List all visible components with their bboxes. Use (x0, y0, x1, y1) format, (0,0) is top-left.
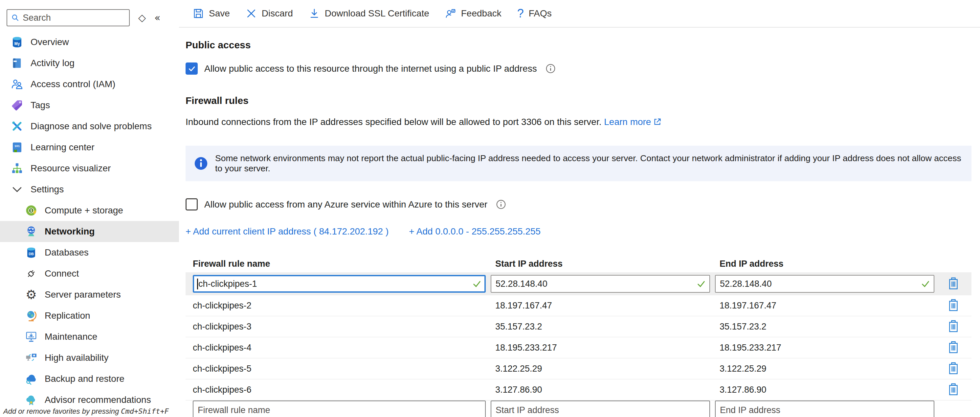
sidebar-item-label: Backup and restore (45, 374, 124, 384)
sidebar-item-overview[interactable]: My Overview (0, 32, 179, 53)
delete-rule-button[interactable] (945, 360, 961, 377)
svg-text:$: $ (30, 209, 32, 212)
sidebar-item-label: Connect (45, 268, 79, 279)
sidebar-item-label: Overview (30, 37, 69, 47)
sidebar-item-maintenance[interactable]: Maintenance (0, 326, 179, 347)
save-icon (193, 8, 204, 19)
rule-name: ch-clickpipes-5 (193, 364, 486, 374)
start-ip: 35.157.23.2 (491, 322, 710, 332)
table-row: ch-clickpipes-3 35.157.23.2 35.157.23.2 (186, 316, 972, 337)
feedback-button[interactable]: Feedback (437, 3, 509, 23)
sidebar-item-compute-storage[interactable]: $ Compute + storage (0, 200, 179, 221)
new-rule-name-input[interactable] (193, 401, 486, 417)
end-ip: 18.195.233.217 (715, 343, 934, 353)
sidebar-item-access-control[interactable]: Access control (IAM) (0, 73, 179, 95)
faqs-button[interactable]: ? FAQs (509, 3, 560, 23)
diamond-icon[interactable]: ◇ (138, 13, 146, 23)
sidebar-group-settings[interactable]: Settings (0, 179, 179, 200)
download-ssl-button[interactable]: Download SSL Certificate (301, 3, 437, 23)
valid-check-icon (472, 279, 482, 289)
networking-globe-icon (25, 225, 37, 238)
collapse-sidebar-icon[interactable]: « (154, 13, 160, 23)
delete-rule-button[interactable] (945, 339, 961, 356)
sidebar-item-label: Networking (45, 226, 95, 237)
firewall-description: Inbound connections from the IP addresse… (186, 117, 972, 127)
add-client-ip-link[interactable]: + Add current client IP address ( 84.172… (186, 226, 388, 237)
resource-tree-icon (11, 162, 23, 175)
delete-rule-button[interactable] (945, 318, 961, 335)
firewall-rules-heading: Firewall rules (186, 95, 972, 106)
sidebar-item-diagnose[interactable]: Diagnose and solve problems (0, 116, 179, 137)
discard-button[interactable]: Discard (238, 3, 301, 23)
table-row: ch-clickpipes-5 3.122.25.29 3.122.25.29 (186, 358, 972, 380)
new-end-ip-input[interactable] (715, 401, 934, 417)
start-ip-input[interactable] (491, 275, 710, 293)
sidebar-item-high-availability[interactable]: High availability (0, 347, 179, 368)
sidebar-item-server-parameters[interactable]: ⚙ Server parameters (0, 284, 179, 305)
sidebar-item-connect[interactable]: Connect (0, 263, 179, 284)
column-header-start-ip: Start IP address (491, 259, 710, 269)
globe-stand-icon (25, 310, 37, 322)
chevron-down-icon (11, 183, 23, 196)
table-row: ch-clickpipes-6 3.127.86.90 3.127.86.90 (186, 380, 972, 401)
sidebar-item-label: Resource visualizer (30, 163, 111, 174)
info-icon[interactable] (546, 64, 556, 73)
delete-rule-button[interactable] (945, 276, 961, 292)
table-row: ch-clickpipes-2 18.197.167.47 18.197.167… (186, 295, 972, 316)
sidebar-item-label: Advisor recommendations (45, 395, 151, 405)
azure-services-checkbox-label: Allow public access from any Azure servi… (204, 199, 487, 210)
tools-icon (11, 120, 23, 133)
public-access-checkbox[interactable] (186, 62, 198, 75)
rule-name-input[interactable] (193, 275, 486, 293)
info-filled-icon (194, 157, 208, 170)
sidebar-item-networking[interactable]: Networking (0, 221, 179, 242)
sidebar-item-tags[interactable]: Tags (0, 95, 179, 116)
rule-name: ch-clickpipes-4 (193, 343, 486, 353)
new-start-ip-input[interactable] (491, 401, 710, 417)
info-icon[interactable] (496, 199, 506, 209)
table-row-editing (186, 272, 972, 295)
command-bar: Save Discard Download SSL Certificate Fe… (179, 0, 980, 28)
rule-name: ch-clickpipes-3 (193, 322, 486, 332)
delete-rule-button[interactable] (945, 297, 961, 314)
public-access-heading: Public access (186, 40, 972, 51)
valid-check-icon (921, 279, 931, 289)
cloud-backup-icon (25, 372, 37, 385)
plug-icon (25, 267, 37, 280)
monitor-download-icon (25, 331, 37, 343)
start-ip: 18.195.233.217 (491, 343, 710, 353)
question-mark-icon: ? (517, 8, 524, 19)
search-input[interactable] (23, 13, 125, 23)
delete-rule-button[interactable] (945, 382, 961, 398)
azure-services-checkbox[interactable] (186, 198, 198, 211)
sidebar-item-activity-log[interactable]: Activity log (0, 53, 179, 73)
activity-log-icon (11, 57, 23, 69)
sidebar-item-resource-visualizer[interactable]: Resource visualizer (0, 158, 179, 179)
compute-storage-icon: $ (25, 204, 37, 217)
svg-text:101: 101 (14, 144, 20, 148)
database-icon: DB (25, 246, 37, 259)
search-icon (11, 13, 19, 22)
sidebar-item-backup-restore[interactable]: Backup and restore (0, 368, 179, 389)
resource-sidebar: ◇ « My Overview Activity log Access cont… (0, 0, 179, 417)
end-ip-input-wrap (715, 275, 934, 293)
sidebar-search[interactable] (6, 9, 130, 26)
sidebar-item-replication[interactable]: Replication (0, 305, 179, 326)
valid-check-icon (696, 279, 706, 289)
end-ip: 3.122.25.29 (715, 364, 934, 374)
rule-name: ch-clickpipes-2 (193, 300, 486, 311)
sidebar-item-learning-center[interactable]: 101 Learning center (0, 137, 179, 158)
close-icon (246, 8, 257, 19)
sidebar-item-label: Access control (IAM) (30, 79, 115, 89)
tag-icon (11, 99, 23, 112)
new-rule-name-wrap (193, 401, 486, 417)
sidebar-item-databases[interactable]: DB Databases (0, 242, 179, 263)
add-all-ips-link[interactable]: + Add 0.0.0.0 - 255.255.255.255 (409, 226, 541, 237)
svg-text:DB: DB (29, 252, 34, 256)
end-ip-input[interactable] (715, 275, 934, 293)
sidebar-item-label: Maintenance (45, 331, 97, 342)
learn-more-link[interactable]: Learn more (604, 117, 662, 127)
save-button[interactable]: Save (185, 3, 238, 23)
start-ip: 3.122.25.29 (491, 364, 710, 374)
table-row-new (186, 401, 972, 417)
